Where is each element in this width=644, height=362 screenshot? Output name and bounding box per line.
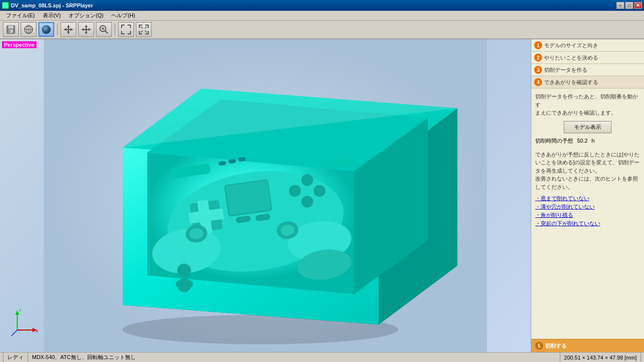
- window-title: DV_samp_08LS.spj - SRPPlayer: [11, 2, 93, 8]
- step2-header[interactable]: 2 やりたいことを決める: [531, 52, 644, 64]
- menu-bar: ファイル(E) 表示(V) オプション(Q) ヘルプ(H): [0, 11, 644, 21]
- svg-line-29: [141, 30, 143, 32]
- separator-1: [57, 24, 58, 35]
- model-canvas: [0, 39, 531, 352]
- svg-marker-20: [89, 28, 91, 31]
- model-display-button[interactable]: モデル表示: [564, 121, 612, 133]
- step2-label: やりたいことを決める: [544, 54, 598, 61]
- status-machine: MDX-540、ATC無し、回転軸ユニット無し: [28, 353, 560, 362]
- hint-link-3[interactable]: ・角が削り残る: [535, 211, 640, 219]
- svg-rect-1: [8, 26, 13, 29]
- maximize-button[interactable]: □: [625, 2, 633, 9]
- viewport-label: Perspective: [2, 41, 36, 48]
- svg-line-26: [141, 27, 143, 29]
- minimize-button[interactable]: −: [616, 2, 624, 9]
- svg-line-27: [145, 27, 147, 29]
- step4-header[interactable]: 4 できあがりを確認する: [531, 76, 644, 89]
- fit-button[interactable]: [118, 22, 134, 37]
- step2-num: 2: [534, 54, 542, 61]
- svg-marker-11: [67, 25, 70, 28]
- step5-label: 切削する: [545, 342, 567, 350]
- svg-point-46: [314, 185, 325, 197]
- step5-header[interactable]: 5 切削する: [531, 339, 644, 352]
- step4-num: 4: [534, 78, 542, 86]
- menu-file[interactable]: ファイル(E): [2, 11, 39, 20]
- cutting-time-label: 切削時間の予想: [535, 137, 573, 145]
- menu-option[interactable]: オプション(Q): [64, 11, 107, 20]
- svg-line-23: [105, 31, 108, 34]
- step5-num: 5: [535, 342, 543, 350]
- svg-text:X: X: [35, 329, 38, 333]
- svg-point-8: [42, 25, 51, 34]
- zoom-button[interactable]: [96, 22, 112, 37]
- menu-help[interactable]: ヘルプ(H): [107, 11, 139, 20]
- svg-rect-50: [225, 180, 271, 215]
- svg-rect-3: [9, 30, 10, 32]
- step3-num: 3: [534, 66, 542, 74]
- status-ready: レディ: [3, 353, 28, 362]
- step3-label: 切削データを作る: [544, 66, 587, 74]
- save-button[interactable]: [3, 22, 19, 37]
- globe-button[interactable]: [21, 22, 36, 37]
- svg-point-47: [289, 185, 301, 197]
- svg-marker-13: [64, 28, 66, 31]
- cutting-time-row: 切削時間の予想 50.2 h: [535, 137, 640, 145]
- main-area: Perspective: [0, 39, 644, 352]
- separator-2: [115, 24, 115, 35]
- svg-point-48: [301, 174, 313, 186]
- axis-indicator: X Y: [10, 308, 39, 337]
- sphere-button[interactable]: [38, 22, 54, 37]
- svg-point-62: [177, 264, 191, 277]
- menu-view[interactable]: 表示(V): [39, 11, 65, 20]
- viewport[interactable]: Perspective: [0, 39, 531, 352]
- svg-rect-64: [176, 280, 193, 288]
- hint-intro: できあがりが予想に反したときには[やりたいことを決める]の設定を変えて、切削デー…: [535, 151, 640, 191]
- step1-header[interactable]: 1 モデルのサイズと向き: [531, 39, 644, 52]
- svg-text:Y: Y: [19, 308, 22, 313]
- rotate-button[interactable]: [61, 22, 76, 37]
- title-bar: DV_samp_08LS.spj - SRPPlayer − □ ✕: [0, 0, 644, 11]
- status-bar: レディ MDX-540、ATC無し、回転軸ユニット無し 200.51 × 143…: [0, 352, 644, 362]
- status-dimensions: 200.51 × 143.74 × 47.98 [mm]: [560, 353, 641, 362]
- svg-marker-14: [70, 28, 73, 31]
- cutting-time-value: 50.2: [577, 138, 587, 144]
- hint-link-4[interactable]: ・突起の下が削れていない: [535, 220, 640, 227]
- step4-description: 切削データを作ったあと、切削順番を動かすまえにできあがりを確認します。: [535, 92, 640, 117]
- right-panel: 1 モデルのサイズと向き 2 やりたいことを決める 3 切削データを作る 4 で…: [531, 39, 644, 352]
- step1-label: モデルのサイズと向き: [544, 42, 598, 49]
- step4-content: 切削データを作ったあと、切削順番を動かすまえにできあがりを確認します。 モデル表…: [531, 89, 644, 339]
- titlebar-left: DV_samp_08LS.spj - SRPPlayer: [2, 2, 93, 9]
- app-icon: [2, 2, 9, 9]
- svg-line-28: [145, 30, 147, 32]
- toolbar: [0, 21, 644, 39]
- svg-point-45: [301, 196, 313, 208]
- titlebar-buttons[interactable]: − □ ✕: [616, 2, 642, 9]
- step4-label: できあがりを確認する: [544, 79, 598, 86]
- svg-marker-17: [85, 25, 88, 27]
- pan-button[interactable]: [78, 22, 94, 37]
- hint-link-1[interactable]: ・底まで削れていない: [535, 195, 640, 202]
- shrink-button[interactable]: [136, 22, 152, 37]
- cutting-time-unit: h: [591, 138, 594, 144]
- svg-marker-18: [85, 32, 88, 34]
- step3-header[interactable]: 3 切削データを作る: [531, 64, 644, 76]
- svg-marker-19: [82, 28, 84, 31]
- svg-point-21: [85, 29, 87, 30]
- step1-num: 1: [534, 41, 542, 49]
- close-button[interactable]: ✕: [634, 2, 642, 9]
- svg-marker-12: [67, 31, 70, 34]
- svg-line-71: [11, 330, 17, 336]
- hint-link-2[interactable]: ・溝や穴が削れていない: [535, 203, 640, 211]
